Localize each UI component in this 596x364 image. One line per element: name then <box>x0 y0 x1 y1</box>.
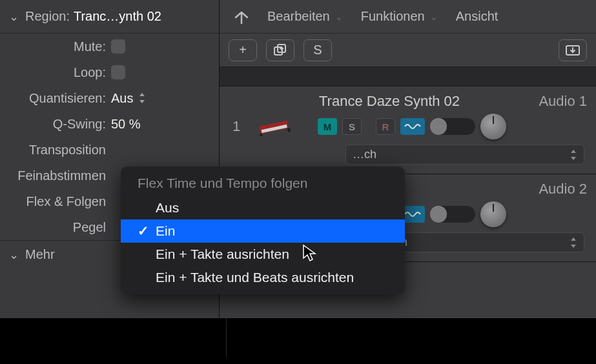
solo-button[interactable]: S <box>303 39 332 61</box>
popup-item-aus[interactable]: ✓ Aus <box>121 196 405 219</box>
track-number: 1 <box>229 118 244 135</box>
inspector-header[interactable]: ⌄ Region: Tranc…ynth 02 <box>0 0 219 34</box>
loop-label: Loop: <box>0 65 111 80</box>
checkmark-icon: ✓ <box>138 223 149 239</box>
edit-menu[interactable]: Bearbeiten⌄ <box>262 6 348 26</box>
pan-knob[interactable] <box>480 114 506 139</box>
flex-follow-popup: Flex Time und Tempo folgen ✓ Aus ✓ Ein ✓… <box>121 167 405 294</box>
updown-arrows-icon <box>570 237 577 248</box>
qswing-label: Q-Swing: <box>0 117 111 132</box>
quantize-dropdown[interactable]: Aus <box>111 91 219 106</box>
view-menu[interactable]: Ansicht <box>451 6 504 26</box>
mute-checkbox[interactable] <box>111 39 125 54</box>
chevron-down-icon: ⌄ <box>9 10 19 24</box>
transposition-label: Transposition <box>0 143 111 157</box>
loop-checkbox[interactable] <box>111 65 125 79</box>
duplicate-button[interactable] <box>266 39 294 61</box>
add-button[interactable]: + <box>229 39 257 61</box>
flex-mode-dropdown[interactable]: …ch <box>345 145 584 165</box>
finetune-label: Feinabstimmen <box>0 168 111 183</box>
svg-rect-8 <box>287 128 291 132</box>
timeline-ruler[interactable] <box>220 67 596 86</box>
callout-line <box>226 318 227 357</box>
qswing-value: 50 % <box>111 117 141 132</box>
pegel-label: Pegel <box>0 220 111 235</box>
quantize-value: Aus <box>111 91 133 106</box>
mute-button[interactable]: M <box>318 118 337 135</box>
track-name[interactable]: Trance Daze Synth 02 <box>319 93 460 110</box>
flexfollow-label: Flex & Folgen <box>0 194 111 209</box>
track-row: Trance Daze Synth 02 Audio 1 1 M S R <box>220 86 596 174</box>
track-toggle[interactable] <box>430 206 475 223</box>
editor-toolbar-secondary: + S <box>220 34 596 67</box>
keyboard-icon[interactable] <box>252 114 296 139</box>
updown-arrows-icon <box>570 149 577 161</box>
popup-item-ein-takte-beats[interactable]: ✓ Ein + Takte und Beats ausrichten <box>121 266 405 289</box>
chevron-down-icon: ⌄ <box>430 12 438 22</box>
flex-button[interactable] <box>400 118 425 135</box>
qswing-value-cell[interactable]: 50 % <box>111 117 219 132</box>
svg-rect-7 <box>260 134 263 136</box>
catch-playhead-button[interactable] <box>559 39 587 61</box>
popup-item-ein[interactable]: ✓ Ein <box>121 219 405 243</box>
region-label: Region: <box>25 9 70 24</box>
track-output: Audio 1 <box>539 93 587 110</box>
back-up-button[interactable] <box>229 6 254 28</box>
popup-title: Flex Time und Tempo folgen <box>121 172 405 196</box>
region-name: Tranc…ynth 02 <box>74 9 161 24</box>
track-output: Audio 2 <box>539 181 587 197</box>
quantize-label: Quantisieren: <box>0 91 111 106</box>
track-toggle[interactable] <box>430 118 475 135</box>
functions-menu[interactable]: Funktionen⌄ <box>356 6 443 26</box>
chevron-down-icon: ⌄ <box>335 12 343 22</box>
more-label: Mehr <box>25 247 55 262</box>
chevron-down-icon: ⌄ <box>9 248 19 262</box>
solo-track-button[interactable]: S <box>342 118 362 135</box>
record-enable-button[interactable]: R <box>376 118 395 135</box>
mute-label: Mute: <box>0 39 111 54</box>
pan-knob[interactable] <box>480 201 506 227</box>
popup-item-ein-takte[interactable]: ✓ Ein + Takte ausrichten <box>121 243 405 266</box>
updown-arrows-icon <box>138 92 146 104</box>
editor-toolbar: Bearbeiten⌄ Funktionen⌄ Ansicht <box>220 0 596 34</box>
